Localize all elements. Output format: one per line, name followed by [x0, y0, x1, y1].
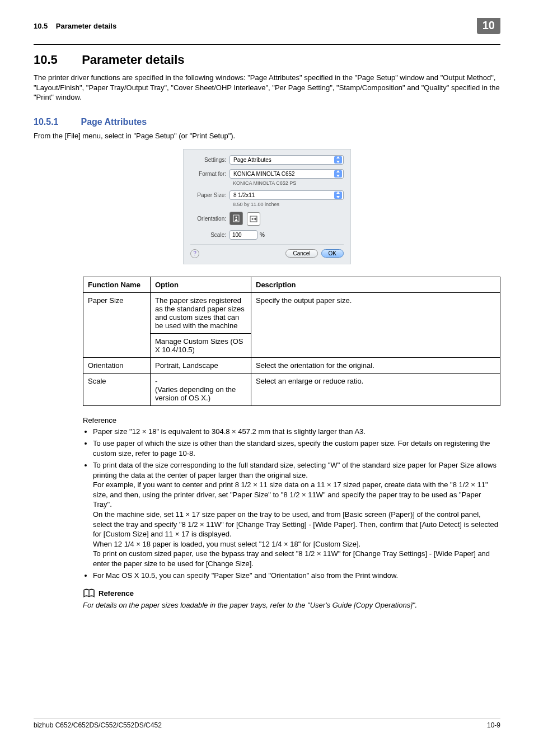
paper-size-select[interactable]: 8 1/2x11	[229, 190, 344, 200]
chevron-updown-icon	[334, 192, 342, 199]
table-row: Scale - (Varies depending on the version…	[83, 373, 500, 405]
cancel-button[interactable]: Cancel	[285, 249, 317, 258]
list-item: To print data of the size corresponding …	[93, 460, 500, 568]
ok-button[interactable]: OK	[321, 249, 344, 258]
cell-fn: Paper Size	[83, 292, 151, 357]
cell-desc: Select an enlarge or reduce ratio.	[251, 373, 500, 405]
subsection-lead: From the [File] menu, select in "Page Se…	[34, 132, 500, 140]
orientation-portrait-button[interactable]	[229, 212, 243, 225]
help-icon[interactable]: ?	[190, 249, 199, 258]
svg-point-3	[251, 218, 253, 220]
header-rule	[34, 44, 500, 45]
scale-value: 100	[232, 232, 242, 238]
reference-callout-text: For details on the paper sizes loadable …	[83, 601, 500, 609]
footer-product: bizhub C652/C652DS/C552/C552DS/C452	[34, 721, 162, 729]
page-footer: bizhub C652/C652DS/C552/C552DS/C452 10-9	[34, 718, 500, 729]
chevron-updown-icon	[334, 156, 342, 164]
format-for-value: KONICA MINOLTA C652	[233, 171, 295, 177]
paper-size-subnote: 8.50 by 11.00 inches	[233, 202, 344, 207]
th-description: Description	[251, 277, 500, 292]
section-number: 10.5	[34, 53, 78, 67]
chapter-badge: 10	[477, 18, 500, 34]
scale-unit: %	[260, 232, 265, 238]
cell-desc: Select the orientation for the original.	[251, 357, 500, 373]
page-setup-dialog: Settings: Page Attributes Format for: KO…	[183, 149, 351, 264]
scale-input[interactable]: 100	[229, 230, 257, 240]
th-option: Option	[151, 277, 251, 292]
reference-callout: Reference	[83, 589, 500, 599]
cell-opt: - (Varies depending on the version of OS…	[151, 373, 251, 405]
section-title: Parameter details	[82, 53, 184, 67]
cell-opt: Manage Custom Sizes (OS X 10.4/10.5)	[151, 333, 251, 357]
settings-label: Settings:	[190, 157, 229, 163]
breadcrumb: 10.5 Parameter details	[34, 22, 477, 30]
reference-list: Paper size "12 × 18" is equivalent to 30…	[93, 427, 500, 581]
subsection-heading: 10.5.1 Page Attributes	[34, 117, 500, 127]
format-for-select[interactable]: KONICA MINOLTA C652	[229, 169, 344, 179]
format-for-label: Format for:	[190, 171, 229, 177]
breadcrumb-section-number: 10.5	[34, 22, 48, 30]
parameter-table: Function Name Option Description Paper S…	[83, 277, 500, 406]
orientation-label: Orientation:	[190, 216, 229, 222]
dialog-separator	[190, 244, 344, 245]
list-item: For Mac OS X 10.5, you can specify "Pape…	[93, 571, 500, 581]
cell-fn: Orientation	[83, 357, 151, 373]
paper-size-value: 8 1/2x11	[233, 192, 255, 198]
th-function-name: Function Name	[83, 277, 151, 292]
section-intro: The printer driver functions are specifi…	[34, 73, 500, 102]
list-item: To use paper of which the size is other …	[93, 438, 500, 458]
svg-point-1	[236, 216, 237, 218]
settings-value: Page Attributes	[233, 157, 271, 163]
paper-size-label: Paper Size:	[190, 192, 229, 198]
scale-label: Scale:	[190, 232, 229, 238]
table-row: Orientation Portrait, Landscape Select t…	[83, 357, 500, 373]
list-item: Paper size "12 × 18" is equivalent to 30…	[93, 427, 500, 437]
section-heading: 10.5 Parameter details	[34, 53, 500, 67]
cell-opt: The paper sizes registered as the standa…	[151, 292, 251, 333]
reference-label: Reference	[83, 416, 500, 424]
book-icon	[83, 589, 95, 599]
cell-opt: Portrait, Landscape	[151, 357, 251, 373]
cell-fn: Scale	[83, 373, 151, 405]
footer-page-number: 10-9	[487, 721, 500, 729]
cell-desc: Specify the output paper size.	[251, 292, 500, 357]
subsection-number: 10.5.1	[34, 117, 78, 127]
reference-callout-title: Reference	[99, 589, 134, 598]
orientation-landscape-button[interactable]	[247, 212, 260, 226]
chevron-updown-icon	[334, 170, 342, 178]
subsection-title: Page Attributes	[81, 117, 147, 127]
table-row: Paper Size The paper sizes registered as…	[83, 292, 500, 333]
breadcrumb-title: Parameter details	[56, 22, 116, 30]
page-header: 10.5 Parameter details 10	[34, 18, 500, 34]
format-for-subnote: KONICA MINOLTA C652 PS	[233, 180, 344, 186]
settings-select[interactable]: Page Attributes	[229, 155, 344, 165]
